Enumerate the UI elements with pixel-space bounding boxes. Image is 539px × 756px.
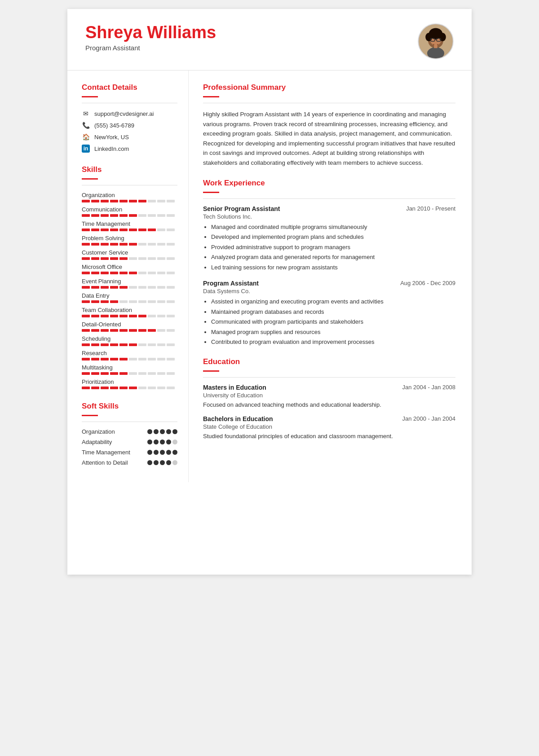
linkedin-icon: in bbox=[82, 145, 90, 153]
skill-segment bbox=[157, 300, 165, 303]
skill-segment bbox=[167, 257, 175, 260]
soft-skill-dot bbox=[166, 460, 171, 465]
soft-skill-dot bbox=[160, 450, 165, 455]
edu-header: Masters in Education Jan 2004 - Jan 2008 bbox=[203, 384, 455, 391]
education-entry: Masters in Education Jan 2004 - Jan 2008… bbox=[203, 384, 455, 409]
skill-segment bbox=[110, 200, 118, 202]
skill-segment bbox=[167, 343, 175, 346]
soft-skill-name: Time Management bbox=[82, 449, 147, 456]
skill-bar bbox=[82, 229, 177, 231]
skill-segment bbox=[129, 300, 137, 303]
skill-segment bbox=[129, 329, 137, 332]
soft-skill-dot bbox=[172, 429, 177, 434]
skill-segment bbox=[82, 229, 90, 231]
skill-segment bbox=[157, 243, 165, 246]
skills-divider bbox=[82, 185, 177, 185]
skill-segment bbox=[157, 329, 165, 332]
skill-item: Detail-Oriented bbox=[82, 321, 177, 332]
skill-name: Data Entry bbox=[82, 292, 177, 299]
skill-segment bbox=[167, 286, 175, 289]
skill-segment bbox=[101, 343, 109, 346]
skill-segment bbox=[167, 315, 175, 317]
skill-bar bbox=[82, 358, 177, 360]
skill-segment bbox=[91, 315, 99, 317]
skill-segment bbox=[110, 243, 118, 246]
skill-name: Problem Solving bbox=[82, 235, 177, 242]
work-experience-underline bbox=[203, 192, 219, 193]
skill-segment bbox=[138, 372, 146, 375]
skill-segment bbox=[148, 243, 156, 246]
skill-segment bbox=[82, 343, 90, 346]
job-title: Program Assistant bbox=[203, 280, 259, 287]
job-bullet: Assisted in organizing and executing pro… bbox=[211, 297, 455, 306]
skill-segment bbox=[110, 343, 118, 346]
right-column: Professional Summary Highly skilled Prog… bbox=[189, 70, 472, 482]
edu-school: State College of Education bbox=[203, 423, 455, 430]
soft-skill-dot bbox=[172, 450, 177, 455]
education-list: Masters in Education Jan 2004 - Jan 2008… bbox=[203, 384, 455, 441]
skill-segment bbox=[167, 214, 175, 217]
skill-segment bbox=[138, 200, 146, 202]
skill-segment bbox=[129, 272, 137, 274]
skill-bar bbox=[82, 372, 177, 375]
resume-container: Shreya Williams Program Assistant bbox=[67, 9, 472, 575]
skill-item: Prioritization bbox=[82, 378, 177, 389]
skill-segment bbox=[148, 387, 156, 389]
edu-header: Bachelors in Education Jan 2000 - Jan 20… bbox=[203, 415, 455, 422]
job-bullet: Developed and implemented program plans … bbox=[211, 233, 455, 242]
soft-skills-divider bbox=[82, 422, 177, 422]
work-experience-divider bbox=[203, 198, 455, 199]
skill-segment bbox=[148, 315, 156, 317]
skills-section-title: Skills bbox=[82, 165, 177, 176]
skill-segment bbox=[167, 229, 175, 231]
skills-underline bbox=[82, 178, 98, 180]
skill-segment bbox=[157, 372, 165, 375]
skill-item: Problem Solving bbox=[82, 235, 177, 246]
skill-segment bbox=[119, 329, 128, 332]
candidate-name: Shreya Williams bbox=[85, 23, 216, 42]
skill-segment bbox=[138, 229, 146, 231]
email-icon: ✉ bbox=[82, 110, 90, 118]
contact-linkedin: in LinkedIn.com bbox=[82, 145, 177, 153]
skill-name: Organization bbox=[82, 192, 177, 198]
skill-segment bbox=[148, 214, 156, 217]
skill-bar bbox=[82, 286, 177, 289]
skill-segment bbox=[148, 300, 156, 303]
skill-name: Team Collaboration bbox=[82, 307, 177, 313]
phone-icon: 📞 bbox=[82, 121, 90, 129]
skill-bar bbox=[82, 387, 177, 389]
soft-skills-section: Soft Skills OrganizationAdaptabilityTime… bbox=[82, 402, 177, 466]
skill-segment bbox=[138, 343, 146, 346]
job-company: Data Systems Co. bbox=[203, 288, 455, 294]
skill-segment bbox=[101, 372, 109, 375]
skill-segment bbox=[138, 286, 146, 289]
skill-bar bbox=[82, 329, 177, 332]
soft-skill-item: Adaptability bbox=[82, 439, 177, 445]
skill-name: Prioritization bbox=[82, 378, 177, 385]
skill-segment bbox=[82, 315, 90, 317]
skill-segment bbox=[110, 329, 118, 332]
skill-segment bbox=[119, 229, 128, 231]
soft-skill-name: Attention to Detail bbox=[82, 459, 147, 466]
skill-item: Communication bbox=[82, 206, 177, 217]
skill-segment bbox=[148, 257, 156, 260]
soft-skill-item: Time Management bbox=[82, 449, 177, 456]
skill-item: Organization bbox=[82, 192, 177, 202]
skill-segment bbox=[138, 243, 146, 246]
soft-skill-dot bbox=[147, 429, 152, 434]
skill-item: Time Management bbox=[82, 220, 177, 231]
skill-segment bbox=[129, 229, 137, 231]
skill-segment bbox=[119, 257, 128, 260]
skill-segment bbox=[157, 286, 165, 289]
job-header: Senior Program Assistant Jan 2010 - Pres… bbox=[203, 205, 455, 212]
skill-segment bbox=[157, 387, 165, 389]
skill-segment bbox=[110, 214, 118, 217]
job-date: Aug 2006 - Dec 2009 bbox=[400, 280, 455, 286]
edu-degree: Bachelors in Education bbox=[203, 415, 273, 422]
soft-skill-dot bbox=[154, 429, 159, 434]
skill-name: Event Planning bbox=[82, 278, 177, 285]
skill-segment bbox=[157, 315, 165, 317]
skill-segment bbox=[129, 286, 137, 289]
skill-segment bbox=[167, 243, 175, 246]
skill-segment bbox=[91, 387, 99, 389]
